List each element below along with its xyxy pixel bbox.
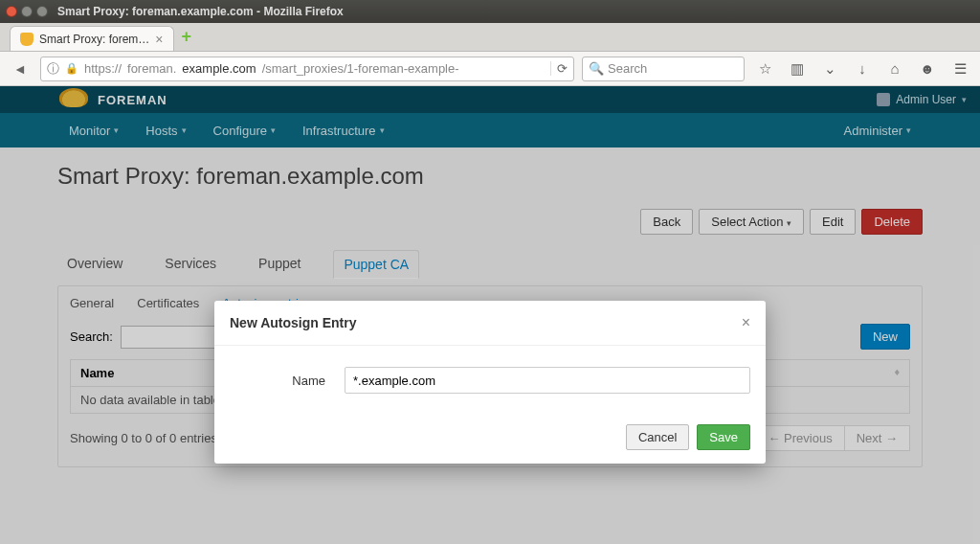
reload-icon[interactable]: ⟳ (550, 61, 568, 76)
reader-icon[interactable]: ▥ (785, 57, 810, 81)
url-bar[interactable]: ⓘ 🔒 https://foreman.example.com/smart_pr… (40, 57, 574, 81)
close-icon[interactable]: × (155, 32, 163, 47)
downloads-icon[interactable]: ↓ (850, 57, 875, 81)
search-placeholder: Search (608, 61, 647, 76)
url-path: /smart_proxies/1-foreman-example- (262, 61, 459, 76)
tab-label: Smart Proxy: forem… (39, 33, 149, 46)
back-button[interactable]: ◄ (8, 57, 33, 81)
new-tab-button[interactable]: + (182, 27, 192, 47)
bookmark-icon[interactable]: ☆ (752, 57, 777, 81)
browser-tab[interactable]: Smart Proxy: forem… × (10, 26, 174, 51)
favicon-icon (20, 33, 33, 46)
name-input[interactable] (345, 367, 750, 394)
info-icon: ⓘ (47, 60, 59, 78)
new-autosign-entry-modal: New Autosign Entry × Name Cancel Save (214, 301, 766, 464)
pocket-icon[interactable]: ⌄ (817, 57, 842, 81)
modal-title: New Autosign Entry (230, 315, 357, 330)
window-minimize-button[interactable] (21, 6, 33, 17)
home-icon[interactable]: ⌂ (882, 57, 907, 81)
field-label-name: Name (230, 374, 325, 388)
chat-icon[interactable]: ☻ (915, 57, 940, 81)
url-host: example.com (182, 61, 256, 76)
lock-icon: 🔒 (65, 62, 78, 75)
close-icon[interactable]: × (742, 314, 750, 331)
search-icon: 🔍 (589, 61, 604, 76)
save-button[interactable]: Save (697, 424, 750, 450)
menu-icon[interactable]: ☰ (947, 57, 972, 81)
url-sub: foreman. (127, 61, 176, 76)
search-bar[interactable]: 🔍 Search (582, 57, 745, 81)
window-maximize-button[interactable] (36, 6, 48, 17)
url-proto: https:// (84, 61, 122, 76)
window-title: Smart Proxy: foreman.example.com - Mozil… (57, 5, 344, 18)
cancel-button[interactable]: Cancel (626, 424, 689, 450)
window-close-button[interactable] (6, 6, 17, 17)
